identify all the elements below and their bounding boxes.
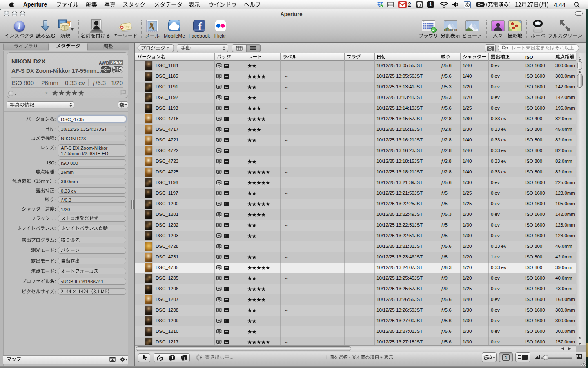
svg-text:1: 1 bbox=[505, 355, 507, 360]
